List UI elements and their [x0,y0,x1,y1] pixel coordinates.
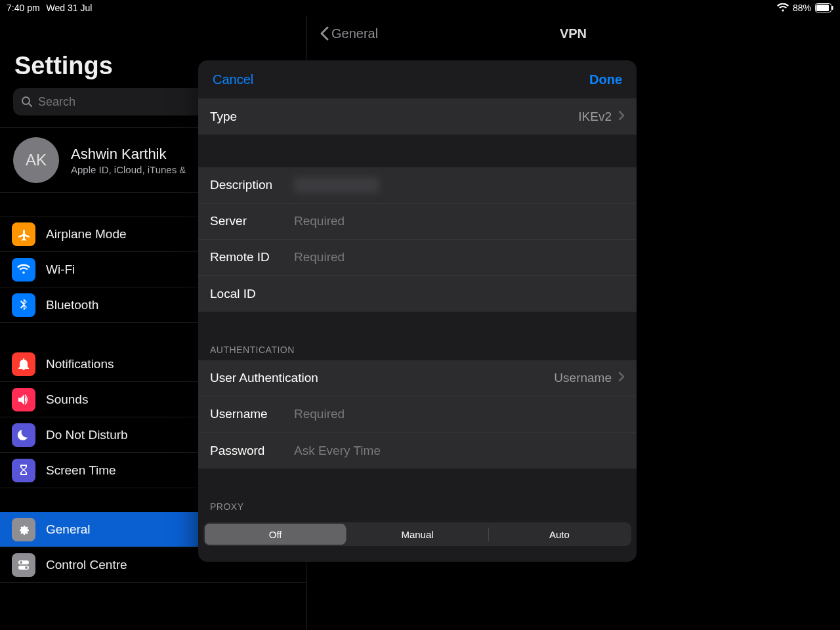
sidebar-item-label: Airplane Mode [46,227,127,242]
battery-pct: 88% [793,3,811,13]
password-row[interactable]: Password [198,432,637,469]
sidebar-item-label: Control Centre [46,558,127,572]
sidebar-item-label: Notifications [46,357,114,371]
username-input[interactable] [294,407,625,421]
toggles-icon [12,553,35,577]
status-bar: 7:40 pm Wed 31 Jul 88% [0,0,840,16]
server-row[interactable]: Server [198,203,637,240]
password-label: Password [210,444,294,458]
sidebar-item-label: Bluetooth [46,298,98,312]
type-label: Type [210,110,294,124]
vpn-config-modal: Cancel Done Type IKEv2 DescriptionServer… [198,60,637,562]
username-label: Username [210,407,294,421]
svg-point-8 [25,566,28,569]
proxy-option-off[interactable]: Off [205,524,346,545]
auth-heading: AUTHENTICATION [198,345,637,360]
description-row[interactable]: Description [198,167,637,203]
type-row[interactable]: Type IKEv2 [198,98,637,135]
bell-icon [12,352,35,376]
avatar: AK [13,137,59,183]
sidebar-item-label: Wi-Fi [46,262,75,277]
proxy-segmented[interactable]: OffManualAuto [203,522,631,546]
local-id-row[interactable]: Local ID [198,276,637,312]
sidebar-item-label: Screen Time [46,463,116,478]
done-button[interactable]: Done [589,72,622,87]
sidebar-item-label: Do Not Disturb [46,428,128,442]
status-date: Wed 31 Jul [47,3,93,13]
proxy-option-auto[interactable]: Auto [489,524,630,545]
username-row[interactable]: Username [198,396,637,432]
back-label: General [331,26,378,41]
description-label: Description [210,178,294,192]
local-id-input[interactable] [294,287,625,301]
user-auth-label: User Authentication [210,371,554,385]
svg-point-7 [20,561,22,564]
svg-rect-2 [832,6,833,10]
svg-line-4 [29,104,32,106]
chevron-left-icon [320,26,329,41]
user-auth-row[interactable]: User Authentication Username [198,360,637,396]
remote-id-label: Remote ID [210,250,294,264]
wifi-icon [777,3,789,12]
sidebar-item-label: General [46,522,91,537]
status-time: 7:40 pm [7,3,40,13]
search-icon [21,96,33,108]
remote-id-row[interactable]: Remote ID [198,240,637,276]
sidebar-item-label: Sounds [46,392,88,407]
description-value-redacted [294,177,379,193]
detail-title: VPN [560,26,587,41]
type-value: IKEv2 [578,110,616,124]
hourglass-icon [12,459,35,482]
moon-icon [12,423,35,447]
battery-icon [815,3,833,12]
chevron-right-icon [618,371,625,385]
proxy-heading: PROXY [198,501,637,517]
chevron-right-icon [618,110,625,123]
account-name: Ashwin Karthik [71,146,186,163]
airplane-icon [12,222,35,246]
password-input[interactable] [294,444,625,458]
gear-icon [12,518,35,541]
server-label: Server [210,214,294,228]
cancel-button[interactable]: Cancel [213,72,253,87]
account-subtitle: Apple ID, iCloud, iTunes & [71,164,186,175]
local-id-label: Local ID [210,287,294,301]
back-button[interactable]: General [320,26,378,41]
bluetooth-icon [12,293,35,317]
remote-id-input[interactable] [294,250,625,264]
sound-icon [12,388,35,411]
svg-rect-1 [816,5,829,11]
wifi-icon [12,258,35,282]
proxy-option-manual[interactable]: Manual [346,524,488,545]
server-input[interactable] [294,214,625,228]
user-auth-value: Username [554,371,616,385]
